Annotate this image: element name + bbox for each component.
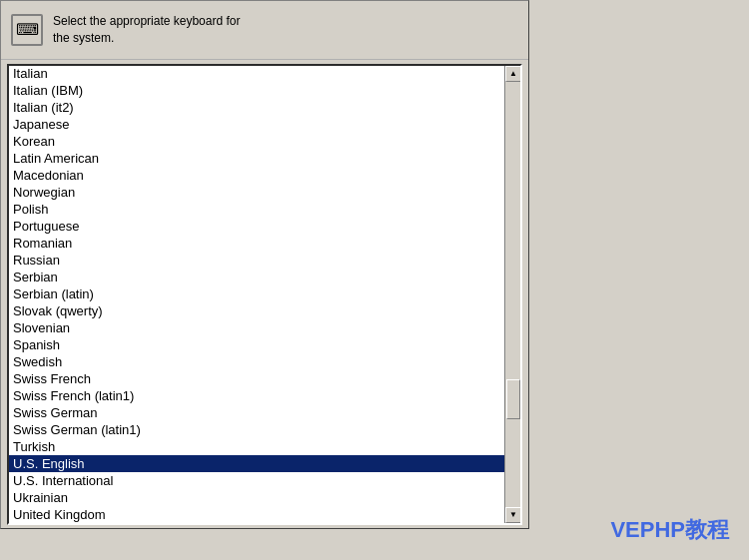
list-item[interactable]: Serbian — [9, 269, 504, 285]
dialog: ⌨ Select the appropriate keyboard forthe… — [0, 0, 529, 529]
list-item[interactable]: Italian (it2) — [9, 99, 504, 116]
list-item[interactable]: Slovenian — [9, 319, 504, 336]
list-item[interactable]: Swiss German — [9, 404, 504, 421]
scroll-up-button[interactable]: ▲ — [505, 66, 521, 82]
list-item[interactable]: United Kingdom — [9, 506, 504, 523]
list-item[interactable]: Polish — [9, 201, 504, 218]
list-item[interactable]: Italian (IBM) — [9, 82, 504, 99]
list-item[interactable]: Russian — [9, 252, 504, 269]
scroll-track[interactable] — [505, 82, 520, 507]
keyboard-icon: ⌨ — [11, 14, 43, 46]
list-item[interactable]: Swiss German (latin1) — [9, 421, 504, 438]
keyboard-list[interactable]: ItalianItalian (IBM)Italian (it2)Japanes… — [9, 66, 504, 523]
list-item[interactable]: Latin American — [9, 150, 504, 167]
list-item[interactable]: Swiss French (latin1) — [9, 387, 504, 404]
list-item[interactable]: Norwegian — [9, 184, 504, 201]
list-item[interactable]: U.S. International — [9, 472, 504, 489]
list-item[interactable]: Spanish — [9, 336, 504, 353]
scroll-thumb[interactable] — [506, 379, 520, 419]
list-item[interactable]: Italian — [9, 66, 504, 82]
dialog-header: ⌨ Select the appropriate keyboard forthe… — [1, 1, 528, 60]
list-item[interactable]: Turkish — [9, 438, 504, 455]
scrollbar[interactable]: ▲ ▼ — [504, 66, 520, 523]
list-item[interactable]: Korean — [9, 133, 504, 150]
list-item[interactable]: Ukrainian — [9, 489, 504, 506]
scroll-down-button[interactable]: ▼ — [505, 507, 521, 523]
list-item[interactable]: Swedish — [9, 353, 504, 370]
header-description: Select the appropriate keyboard forthe s… — [53, 13, 240, 47]
list-item[interactable]: Slovak (qwerty) — [9, 302, 504, 319]
list-item[interactable]: Japanese — [9, 116, 504, 133]
keyboard-list-container: ItalianItalian (IBM)Italian (it2)Japanes… — [7, 64, 522, 525]
list-item[interactable]: Serbian (latin) — [9, 285, 504, 302]
watermark-text: VEPHP教程 — [610, 515, 729, 545]
list-item[interactable]: Macedonian — [9, 167, 504, 184]
list-item[interactable]: Swiss French — [9, 370, 504, 387]
list-item[interactable]: U.S. English — [9, 455, 504, 472]
list-item[interactable]: Portuguese — [9, 218, 504, 235]
list-item[interactable]: Romanian — [9, 235, 504, 252]
